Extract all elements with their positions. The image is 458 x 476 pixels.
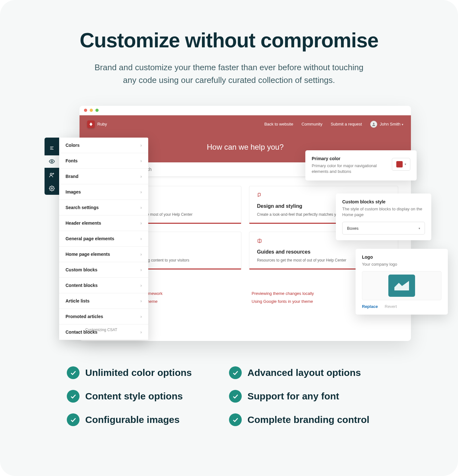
nav-community-link[interactable]: Community [302, 122, 323, 126]
color-swatch-icon [396, 161, 403, 167]
chevron-down-icon: ▾ [405, 162, 406, 166]
logo-icon [388, 275, 415, 297]
popover-desc: Your company logo [362, 262, 441, 268]
svg-point-6 [51, 161, 53, 162]
popover-custom-blocks-style: Custom blocks style The style of custom … [336, 194, 431, 241]
settings-row-promoted-articles[interactable]: Promoted articles› [59, 309, 148, 324]
popover-title: Logo [362, 255, 441, 260]
rail-menu-icon[interactable] [45, 142, 59, 154]
chevron-right-icon: › [140, 267, 142, 272]
brand-mark-icon [87, 120, 95, 128]
avatar[interactable] [370, 121, 377, 128]
feature-list: Unlimited color options Advanced layout … [67, 366, 391, 426]
feature-item: Unlimited color options [67, 366, 229, 379]
popover-title: Custom blocks style [342, 199, 425, 204]
chevron-right-icon: › [140, 298, 142, 303]
app-header: Ruby Back to website Community Submit a … [80, 115, 411, 133]
blocks-style-select[interactable]: Boxes ▾ [342, 222, 425, 235]
feature-item: Configurable images [67, 413, 229, 426]
page-subtitle: Brand and customize your theme faster th… [25, 61, 433, 87]
traffic-light-max-icon [95, 109, 99, 112]
brand-name: Ruby [97, 122, 107, 126]
checkmark-icon [67, 366, 80, 379]
chevron-right-icon: › [140, 236, 142, 241]
checkmark-icon [229, 390, 242, 403]
rail-gear-icon[interactable] [45, 182, 59, 195]
traffic-light-close-icon [84, 109, 87, 112]
select-value: Boxes [347, 226, 358, 231]
settings-panel: Colors› Fonts› Brand› Images› Search set… [59, 138, 148, 340]
chevron-right-icon: › [140, 221, 142, 226]
color-picker[interactable]: ▾ [392, 158, 410, 171]
chevron-right-icon: › [140, 143, 142, 148]
feature-item: Content style options [67, 390, 229, 403]
settings-row-header-elements[interactable]: Header elements› [59, 215, 148, 231]
revert-button[interactable]: Revert [385, 304, 397, 309]
rail-users-icon[interactable] [45, 169, 59, 181]
feature-item: Support for any font [229, 390, 391, 403]
settings-row-content-blocks[interactable]: Content blocks› [59, 278, 148, 293]
chevron-right-icon: › [140, 314, 142, 319]
admin-rail [45, 138, 59, 195]
svg-point-0 [373, 123, 375, 124]
settings-row-article-lists[interactable]: Article lists› [59, 293, 148, 309]
rail-eye-icon[interactable] [45, 155, 59, 168]
checkmark-icon [67, 390, 80, 403]
settings-row-colors[interactable]: Colors› [59, 138, 148, 153]
settings-row-search-settings[interactable]: Search settings› [59, 200, 148, 215]
settings-row-custom-blocks[interactable]: Custom blocks› [59, 262, 148, 278]
chevron-right-icon: › [140, 205, 142, 210]
popover-logo: Logo Your company logo Replace Revert [356, 249, 448, 315]
traffic-light-min-icon [90, 109, 93, 112]
popover-desc: Primary color for major navigational ele… [312, 163, 378, 175]
svg-point-9 [51, 188, 53, 189]
peek-item: Customizing CSAT [85, 328, 142, 332]
chevron-right-icon: › [140, 174, 142, 179]
svg-point-8 [53, 173, 54, 174]
checkmark-icon [229, 413, 242, 426]
nav-back-link[interactable]: Back to website [264, 122, 293, 126]
popover-primary-color: Primary color Primary color for major na… [305, 150, 417, 181]
settings-row-general-page-elements[interactable]: General page elements› [59, 231, 148, 247]
checkmark-icon [67, 413, 80, 426]
settings-row-contact-blocks[interactable]: Contact blocks› [59, 324, 148, 340]
chevron-right-icon: › [140, 158, 142, 163]
logo-preview [362, 271, 441, 300]
settings-row-brand[interactable]: Brand› [59, 169, 148, 184]
nav-submit-request-link[interactable]: Submit a request [331, 122, 362, 126]
window-chrome [80, 106, 411, 115]
chevron-down-icon: ▾ [419, 227, 420, 230]
feature-item: Advanced layout options [229, 366, 391, 379]
settings-row-home-page-elements[interactable]: Home page elements› [59, 247, 148, 262]
settings-row-images[interactable]: Images› [59, 184, 148, 200]
nav-user-menu[interactable]: John Smith▾ [380, 122, 403, 126]
popover-desc: The style of custom blocks to display on… [342, 206, 425, 218]
chevron-right-icon: › [140, 189, 142, 194]
checkmark-icon [229, 366, 242, 379]
chevron-right-icon: › [140, 252, 142, 257]
page-title: Customize without compromise [25, 29, 433, 52]
chevron-down-icon: ▾ [402, 123, 403, 126]
replace-button[interactable]: Replace [362, 304, 378, 309]
feature-item: Complete branding control [229, 413, 391, 426]
svg-point-7 [50, 173, 52, 175]
settings-row-fonts[interactable]: Fonts› [59, 153, 148, 169]
chevron-right-icon: › [140, 283, 142, 288]
